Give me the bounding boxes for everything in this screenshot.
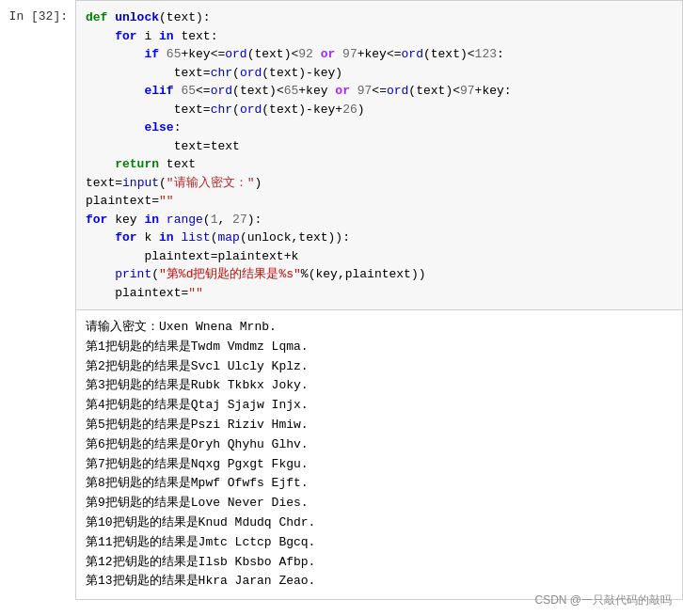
- code-line: if 65+key<=ord(text)<92 or 97+key<=ord(t…: [86, 45, 673, 64]
- code-line: text=chr(ord(text)-key): [86, 64, 673, 83]
- code-line: for k in list(map(unlock,text)):: [86, 229, 673, 247]
- code-line: text=text: [86, 137, 673, 156]
- code-cell: In [32]: def unlock(text): for i in text…: [0, 0, 683, 310]
- output-label: [0, 310, 75, 600]
- output-content: 请输入密文：Uxen Wnena Mrnb.第1把钥匙的结果是Twdm Vmdm…: [75, 310, 683, 600]
- output-line: 请输入密文：Uxen Wnena Mrnb.: [86, 318, 673, 338]
- code-line: elif 65<=ord(text)<65+key or 97<=ord(tex…: [86, 82, 673, 101]
- output-line: 第12把钥匙的结果是Ilsb Kbsbo Afbp.: [86, 553, 673, 573]
- output-line: 第4把钥匙的结果是Qtaj Sjajw Injx.: [86, 396, 673, 416]
- output-line: 第8把钥匙的结果是Mpwf Ofwfs Ejft.: [86, 474, 673, 494]
- code-line: print("第%d把钥匙的结果是%s"%(key,plaintext)): [86, 265, 673, 284]
- output-area: 请输入密文：Uxen Wnena Mrnb.第1把钥匙的结果是Twdm Vmdm…: [0, 310, 683, 600]
- code-line: plaintext=plaintext+k: [86, 247, 673, 266]
- output-line: 第5把钥匙的结果是Pszi Riziv Hmiw.: [86, 416, 673, 435]
- watermark: CSDN @一只敲代码的敲吗: [534, 592, 672, 608]
- output-line: 第9把钥匙的结果是Love Never Dies.: [86, 494, 673, 513]
- code-line: def unlock(text):: [86, 8, 673, 27]
- output-line: 第1把钥匙的结果是Twdm Vmdmz Lqma.: [86, 338, 673, 357]
- output-line: 第7把钥匙的结果是Nqxg Pgxgt Fkgu.: [86, 455, 673, 475]
- code-line: plaintext="": [86, 284, 673, 303]
- code-line: for key in range(1, 27):: [86, 211, 673, 229]
- code-content[interactable]: def unlock(text): for i in text: if 65+k…: [75, 0, 683, 310]
- output-line: 第10把钥匙的结果是Knud Mdudq Chdr.: [86, 513, 673, 533]
- code-line: else:: [86, 118, 673, 137]
- code-line: text=chr(ord(text)-key+26): [86, 101, 673, 119]
- output-line: 第3把钥匙的结果是Rubk Tkbkx Joky.: [86, 376, 673, 396]
- output-line: 第13把钥匙的结果是Hkra Jaran Zeao.: [86, 572, 673, 592]
- output-line: 第11把钥匙的结果是Jmtc Lctcp Bgcq.: [86, 533, 673, 553]
- code-line: for i in text:: [86, 27, 673, 46]
- code-line: return text: [86, 155, 673, 174]
- code-line: plaintext="": [86, 192, 673, 211]
- output-line: 第6把钥匙的结果是Oryh Qhyhu Glhv.: [86, 435, 673, 455]
- output-line: 第2把钥匙的结果是Svcl Ulcly Kplz.: [86, 357, 673, 377]
- code-line: text=input("请输入密文："): [86, 174, 673, 193]
- cell-label: In [32]:: [0, 0, 75, 310]
